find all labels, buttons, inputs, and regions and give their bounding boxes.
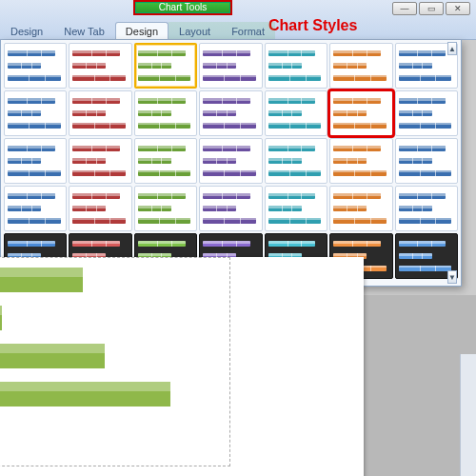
- chart-style-thumb[interactable]: [199, 90, 262, 136]
- chart-style-thumb[interactable]: [199, 186, 262, 231]
- chart-tools-contextual-tab[interactable]: Chart Tools: [133, 0, 232, 15]
- chart-style-thumb[interactable]: [329, 186, 392, 231]
- embedded-chart[interactable]: [0, 257, 230, 466]
- chart-styles-gallery: ▲ ▼: [0, 40, 462, 287]
- annotation-chart-styles: Chart Styles: [268, 17, 357, 34]
- chart-style-thumb[interactable]: [199, 138, 262, 184]
- chart-style-thumb[interactable]: [69, 43, 131, 89]
- chart-style-thumb[interactable]: [265, 43, 327, 89]
- chart-style-thumb[interactable]: [4, 186, 67, 231]
- chart-style-thumb[interactable]: [69, 186, 131, 231]
- gallery-scroll-down[interactable]: ▼: [447, 270, 457, 284]
- chart-style-thumb[interactable]: [134, 90, 197, 136]
- chart-style-thumb[interactable]: [329, 43, 392, 89]
- app-window: — ▭ ✕ Chart Tools Chart Styles Design Ne…: [0, 0, 476, 476]
- chart-bar: [0, 382, 170, 407]
- chart-style-thumb[interactable]: [199, 43, 262, 89]
- tab-new-tab[interactable]: New Tab: [53, 22, 115, 39]
- minimize-button[interactable]: —: [392, 2, 417, 15]
- chart-style-thumb[interactable]: [69, 90, 131, 136]
- maximize-button[interactable]: ▭: [419, 2, 444, 15]
- tab-chart-design[interactable]: Design: [115, 22, 169, 39]
- chart-style-thumb[interactable]: [69, 138, 131, 184]
- chart-style-thumb[interactable]: [134, 138, 197, 184]
- chart-style-thumb[interactable]: [329, 90, 392, 136]
- tab-design[interactable]: Design: [0, 22, 53, 39]
- chart-style-thumb[interactable]: [265, 186, 327, 231]
- vertical-scrollbar[interactable]: [460, 354, 476, 476]
- tab-chart-format[interactable]: Format: [221, 22, 275, 39]
- chart-style-thumb[interactable]: [265, 90, 327, 136]
- close-button[interactable]: ✕: [446, 2, 470, 15]
- chart-style-thumb[interactable]: [265, 138, 327, 184]
- chart-bar: [0, 344, 105, 368]
- chart-bar: [0, 268, 83, 292]
- chart-style-thumb[interactable]: [4, 138, 67, 184]
- document-area: [0, 295, 476, 476]
- chart-style-thumb[interactable]: [4, 43, 67, 89]
- window-controls: — ▭ ✕: [392, 2, 470, 15]
- chart-style-thumb[interactable]: [134, 43, 197, 89]
- tab-chart-layout[interactable]: Layout: [169, 22, 221, 39]
- gallery-scroll-up[interactable]: ▲: [447, 42, 457, 55]
- gallery-scrollbar: ▲ ▼: [446, 42, 459, 284]
- chart-style-thumb[interactable]: [134, 186, 197, 231]
- page: [0, 257, 364, 476]
- chart-style-thumb[interactable]: [329, 138, 392, 184]
- titlebar: — ▭ ✕ Chart Tools Chart Styles Design Ne…: [0, 0, 476, 40]
- ribbon-tabs: Design New Tab Design Layout Format: [0, 18, 275, 39]
- chart-bar: [0, 306, 2, 330]
- chart-style-thumb[interactable]: [4, 90, 67, 136]
